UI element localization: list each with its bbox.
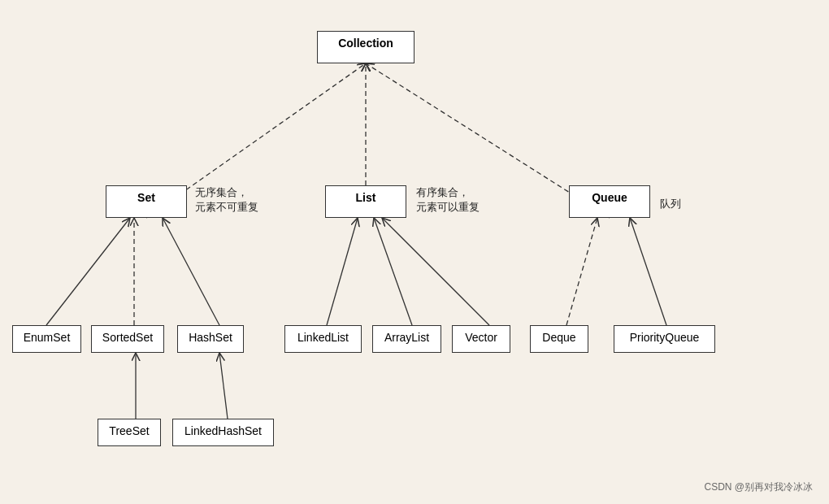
set-box: Set: [106, 185, 187, 218]
list-box: List: [325, 185, 406, 218]
diagram-container: Collection Set List Queue EnumSet Sorted…: [0, 0, 829, 504]
collection-box: Collection: [317, 31, 414, 63]
svg-line-12: [219, 353, 228, 419]
watermark: CSDN @别再对我冷冰冰: [704, 480, 813, 494]
hashset-box: HashSet: [177, 325, 244, 353]
enumset-box: EnumSet: [12, 325, 81, 353]
svg-line-3: [46, 218, 130, 325]
list-annotation: 有序集合，元素可以重复: [416, 185, 480, 215]
svg-line-9: [566, 218, 597, 325]
vector-box: Vector: [452, 325, 510, 353]
svg-line-6: [327, 218, 358, 325]
svg-line-5: [163, 218, 219, 325]
treeset-box: TreeSet: [98, 419, 161, 446]
svg-line-8: [382, 218, 489, 325]
set-annotation: 无序集合，元素不可重复: [195, 185, 258, 215]
queue-box: Queue: [569, 185, 650, 218]
linkedhashset-box: LinkedHashSet: [172, 419, 274, 446]
sortedset-box: SortedSet: [91, 325, 164, 353]
queue-annotation: 队列: [660, 197, 681, 211]
deque-box: Deque: [530, 325, 588, 353]
priorityqueue-box: PriorityQueue: [614, 325, 715, 353]
linkedlist-box: LinkedList: [284, 325, 362, 353]
arraylist-box: ArrayList: [372, 325, 441, 353]
svg-line-10: [630, 218, 666, 325]
svg-line-7: [374, 218, 412, 325]
